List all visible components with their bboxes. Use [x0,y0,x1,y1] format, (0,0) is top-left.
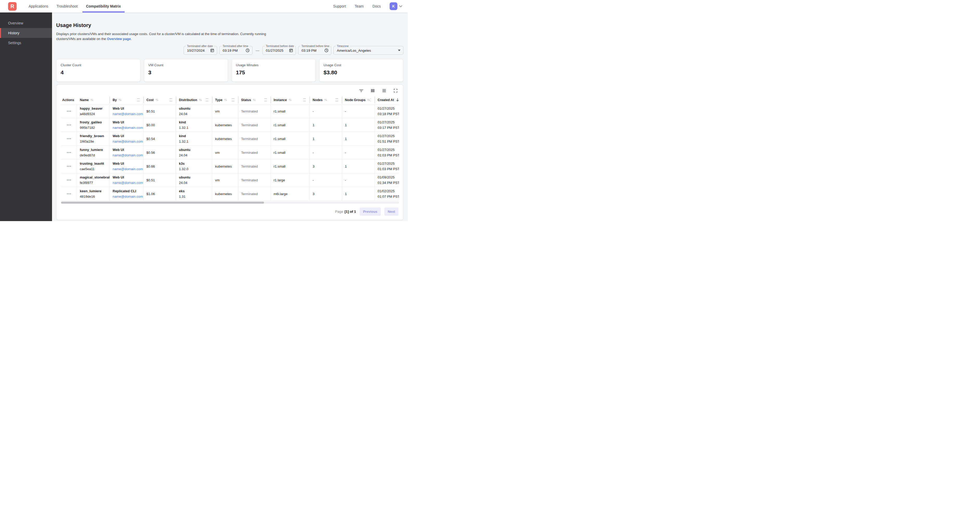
sidebar-item[interactable]: Overview [0,18,52,28]
calendar-icon[interactable] [210,48,214,52]
previous-button[interactable]: Previous [360,208,381,216]
scrollbar-thumb[interactable] [61,201,264,204]
created-by-email-link[interactable]: name@domain.com [113,111,141,117]
created-by-email-link[interactable]: name@domain.com [113,125,141,130]
next-button[interactable]: Next [384,208,398,216]
calendar-icon[interactable] [289,48,293,52]
clock-icon[interactable] [325,48,328,52]
chevron-down-icon[interactable] [399,5,402,8]
column-header[interactable]: Name [77,96,110,104]
clock-icon[interactable] [245,48,250,52]
terminated-before-date-value[interactable]: 01/27/2025 [266,49,287,52]
row-actions-button[interactable] [61,132,77,146]
nodes-value: - [313,178,339,183]
sort-icon[interactable] [155,98,159,101]
row-actions-button[interactable] [61,146,77,159]
column-header[interactable]: Cost [143,96,176,104]
created-by-email-link[interactable]: name@domain.com [113,152,141,158]
cell-by: Web UI name@domain.com [110,105,143,118]
column-header[interactable]: Status [238,96,271,104]
filter-icon[interactable] [359,88,364,93]
sidebar-item[interactable]: History [0,28,52,38]
cluster-id: fe3f8977 [80,180,107,185]
created-date: 01/27/2025 [378,147,396,152]
table-row: happy_beaver a48d9324 Web UI name@domain… [61,105,399,118]
cluster-name: trusting_leavitt [80,161,107,166]
sort-icon[interactable] [324,98,328,101]
stat-card: Cluster Count 4 [56,59,140,82]
drag-handle-icon[interactable] [371,98,371,101]
sort-desc-icon[interactable] [396,98,399,102]
terminated-after-date-field[interactable]: Terminated after date 10/27/2024 [184,46,217,55]
terminated-after-time-field[interactable]: Terminated after time 03:19 PM [219,46,253,55]
sort-icon[interactable] [199,98,202,101]
column-header[interactable]: Created At [375,96,399,104]
ellipsis-icon[interactable] [67,124,71,125]
distribution-name: ubuntu [179,106,209,111]
avatar[interactable]: K [390,2,398,10]
replicated-logo[interactable]: R [8,2,17,11]
topnav-link[interactable]: Docs [372,4,381,8]
sort-icon[interactable] [224,98,228,101]
ellipsis-icon[interactable] [67,111,71,112]
created-by-email-link[interactable]: name@domain.com [113,139,141,144]
sort-icon[interactable] [288,98,292,101]
nav-tab[interactable]: Applications [24,0,52,13]
terminated-before-time-field[interactable]: Terminated before time 03:19 PM [298,46,331,55]
cell-type: kubernetes [212,160,238,173]
ellipsis-icon[interactable] [67,138,71,139]
terminated-before-time-value[interactable]: 03:19 PM [301,49,322,52]
overview-page-link[interactable]: Overview page [107,37,131,41]
row-actions-button[interactable] [61,105,77,118]
column-header[interactable]: Nodes [310,96,342,104]
column-header[interactable]: Type [212,96,238,104]
row-actions-button[interactable] [61,118,77,132]
horizontal-scrollbar[interactable] [61,201,399,204]
sort-icon[interactable] [90,98,94,101]
drag-handle-icon[interactable] [232,98,234,101]
row-actions-button[interactable] [61,160,77,173]
sort-icon[interactable] [367,98,371,101]
sidebar-item[interactable]: Settings [0,38,52,48]
terminated-after-time-value[interactable]: 03:19 PM [223,49,243,52]
user-menu[interactable]: K [390,2,402,10]
column-header[interactable]: Distribution [176,96,212,104]
nav-tab[interactable]: Troubleshoot [52,0,82,13]
row-actions-button[interactable] [61,187,77,201]
sidebar-menu: OverviewHistorySettings [0,18,52,48]
ellipsis-icon[interactable] [67,179,71,181]
ellipsis-icon[interactable] [67,152,71,153]
columns-icon[interactable] [371,88,375,93]
instance-value: r1.small [274,136,307,141]
created-by-email-link[interactable]: name@domain.com [113,166,141,172]
timezone-value[interactable]: America/Los_Angeles [337,49,396,52]
density-icon[interactable] [382,88,387,93]
cell-node-groups: - [342,146,375,159]
cell-type: vm [212,173,238,187]
ellipsis-icon[interactable] [67,166,71,167]
drag-handle-icon[interactable] [137,98,140,101]
sort-icon[interactable] [118,98,122,101]
column-header[interactable]: Node Groups [342,96,375,104]
fullscreen-icon[interactable] [393,88,398,93]
terminated-after-date-value[interactable]: 10/27/2024 [187,49,208,52]
row-actions-button[interactable] [61,173,77,187]
created-by-email-link[interactable]: name@domain.com [113,180,141,185]
drag-handle-icon[interactable] [206,98,208,101]
nav-tab[interactable]: Compatibility Matrix [82,0,125,13]
column-header[interactable]: Actions [61,96,77,104]
column-header[interactable]: By [110,96,143,104]
topnav-link[interactable]: Team [355,4,364,8]
cell-created-at: 01/27/2025 03:18 PM PST [375,105,399,118]
drag-handle-icon[interactable] [303,98,306,101]
ellipsis-icon[interactable] [67,193,71,194]
drag-handle-icon[interactable] [336,98,338,101]
drag-handle-icon[interactable] [264,98,267,101]
terminated-before-date-field[interactable]: Terminated before date 01/27/2025 [262,46,296,55]
column-header[interactable]: Instance [271,96,310,104]
drag-handle-icon[interactable] [170,98,172,101]
created-by-email-link[interactable]: name@domain.com [113,194,141,199]
timezone-select[interactable]: Timezone America/Los_Angeles [333,46,403,55]
sort-icon[interactable] [253,98,256,101]
topnav-link[interactable]: Support [333,4,346,8]
